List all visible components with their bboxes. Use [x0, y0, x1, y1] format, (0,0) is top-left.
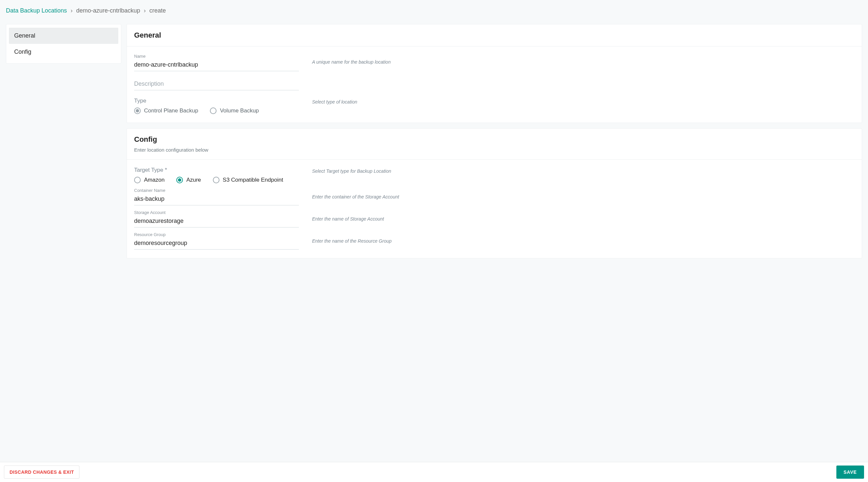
type-label: Type [134, 98, 299, 104]
type-radio-volume[interactable]: Volume Backup [210, 108, 259, 114]
target-radio-s3compat[interactable]: S3 Compatible Endpoint [213, 177, 283, 183]
sidebar-item-label: Config [14, 49, 31, 55]
breadcrumb-separator: › [70, 7, 72, 14]
container-input[interactable] [134, 193, 299, 205]
sidebar-item-general[interactable]: General [9, 28, 118, 44]
target-radio-amazon[interactable]: Amazon [134, 177, 164, 183]
sidebar: General Config [6, 24, 121, 64]
config-subtitle: Enter location configuration below [134, 147, 855, 153]
radio-label: Amazon [144, 177, 164, 183]
config-card: Config Enter location configuration belo… [127, 128, 862, 259]
radio-label: Control Plane Backup [144, 108, 198, 114]
target-radio-azure[interactable]: Azure [176, 177, 201, 183]
resource-group-input[interactable] [134, 238, 299, 249]
radio-icon [210, 108, 217, 114]
resource-group-help: Enter the name of the Resource Group [312, 238, 392, 244]
radio-icon [176, 177, 183, 183]
resource-group-label: Resource Group [134, 232, 299, 237]
storage-help: Enter the name of Storage Account [312, 216, 384, 221]
breadcrumb-level2: create [149, 7, 166, 14]
radio-icon [134, 177, 141, 183]
name-label: Name [134, 54, 299, 59]
save-button[interactable]: SAVE [836, 465, 864, 479]
breadcrumb-level1[interactable]: demo-azure-cntrlbackup [76, 7, 140, 14]
storage-label: Storage Account [134, 210, 299, 215]
radio-label: Azure [186, 177, 201, 183]
breadcrumb-separator: › [144, 7, 146, 14]
container-help: Enter the container of the Storage Accou… [312, 194, 399, 200]
sidebar-item-config[interactable]: Config [9, 44, 118, 60]
type-radio-control-plane[interactable]: Control Plane Backup [134, 108, 198, 114]
target-type-help: Select Target type for Backup Location [312, 169, 391, 174]
general-card: General Name A unique name for the backu… [127, 24, 862, 123]
radio-icon [134, 108, 141, 114]
radio-icon [213, 177, 219, 183]
discard-button[interactable]: DISCARD CHANGES & EXIT [4, 465, 80, 479]
type-help: Select type of location [312, 99, 357, 104]
footer-bar: DISCARD CHANGES & EXIT SAVE [0, 462, 868, 482]
breadcrumb-root[interactable]: Data Backup Locations [6, 7, 67, 14]
name-help: A unique name for the backup location [312, 59, 391, 65]
radio-label: S3 Compatible Endpoint [223, 177, 283, 183]
storage-input[interactable] [134, 216, 299, 228]
sidebar-item-label: General [14, 32, 35, 39]
general-title: General [134, 31, 855, 39]
description-input[interactable] [134, 79, 299, 90]
breadcrumb: Data Backup Locations › demo-azure-cntrl… [6, 6, 862, 18]
container-label: Container Name [134, 188, 299, 193]
config-title: Config [134, 135, 855, 144]
name-input[interactable] [134, 59, 299, 71]
radio-label: Volume Backup [220, 108, 259, 114]
target-type-label: Target Type * [134, 167, 299, 173]
